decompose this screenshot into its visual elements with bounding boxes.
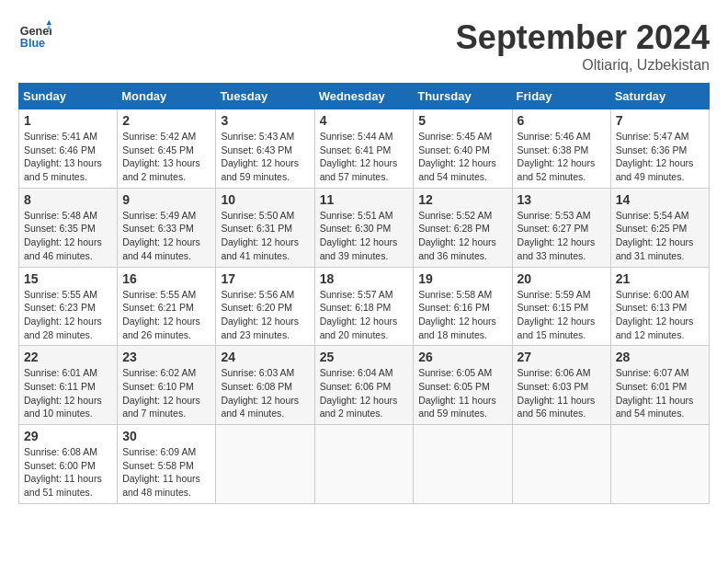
weekday-header-sunday: Sunday [19, 84, 118, 109]
calendar-week-row: 29Sunrise: 6:08 AMSunset: 6:00 PMDayligh… [19, 425, 710, 504]
day-info: Sunrise: 6:00 AMSunset: 6:13 PMDaylight:… [616, 288, 704, 342]
page-header: General Blue September 2024 Oltiariq, Uz… [18, 18, 710, 74]
day-info: Sunrise: 5:50 AMSunset: 6:31 PMDaylight:… [221, 209, 309, 263]
day-info: Sunrise: 5:57 AMSunset: 6:18 PMDaylight:… [320, 288, 409, 342]
day-number: 30 [122, 429, 210, 443]
day-number: 27 [518, 350, 606, 364]
calendar-cell: 23Sunrise: 6:02 AMSunset: 6:10 PMDayligh… [118, 346, 216, 425]
calendar-cell: 13Sunrise: 5:53 AMSunset: 6:27 PMDayligh… [512, 188, 610, 267]
calendar-cell: 26Sunrise: 6:05 AMSunset: 6:05 PMDayligh… [414, 346, 512, 425]
day-info: Sunrise: 5:48 AMSunset: 6:35 PMDaylight:… [24, 209, 112, 263]
month-title: September 2024 [456, 18, 710, 57]
day-info: Sunrise: 5:58 AMSunset: 6:16 PMDaylight:… [418, 288, 506, 342]
calendar-cell [216, 425, 314, 504]
day-info: Sunrise: 5:49 AMSunset: 6:33 PMDaylight:… [122, 209, 210, 263]
svg-marker-2 [47, 20, 51, 25]
day-info: Sunrise: 5:47 AMSunset: 6:36 PMDaylight:… [616, 130, 704, 184]
calendar-cell: 12Sunrise: 5:52 AMSunset: 6:28 PMDayligh… [414, 188, 512, 267]
calendar-cell: 9Sunrise: 5:49 AMSunset: 6:33 PMDaylight… [118, 188, 216, 267]
calendar-cell: 11Sunrise: 5:51 AMSunset: 6:30 PMDayligh… [314, 188, 414, 267]
day-info: Sunrise: 6:06 AMSunset: 6:03 PMDaylight:… [518, 366, 606, 420]
day-info: Sunrise: 6:05 AMSunset: 6:05 PMDaylight:… [418, 366, 506, 420]
calendar-cell: 5Sunrise: 5:45 AMSunset: 6:40 PMDaylight… [414, 109, 512, 189]
day-info: Sunrise: 5:51 AMSunset: 6:30 PMDaylight:… [320, 209, 409, 263]
calendar-cell: 30Sunrise: 6:09 AMSunset: 5:58 PMDayligh… [118, 425, 216, 504]
weekday-header-wednesday: Wednesday [314, 84, 414, 109]
calendar-cell: 24Sunrise: 6:03 AMSunset: 6:08 PMDayligh… [216, 346, 314, 425]
calendar-cell: 27Sunrise: 6:06 AMSunset: 6:03 PMDayligh… [512, 346, 610, 425]
day-number: 9 [122, 192, 210, 207]
day-number: 3 [221, 113, 309, 128]
calendar-cell: 4Sunrise: 5:44 AMSunset: 6:41 PMDaylight… [314, 109, 414, 189]
day-number: 19 [418, 271, 506, 286]
day-info: Sunrise: 6:07 AMSunset: 6:01 PMDaylight:… [616, 366, 704, 420]
day-info: Sunrise: 6:02 AMSunset: 6:10 PMDaylight:… [122, 366, 210, 420]
calendar-cell: 28Sunrise: 6:07 AMSunset: 6:01 PMDayligh… [610, 346, 709, 425]
month-title-area: September 2024 Oltiariq, Uzbekistan [456, 18, 710, 74]
day-number: 16 [122, 271, 210, 286]
day-info: Sunrise: 5:41 AMSunset: 6:46 PMDaylight:… [24, 130, 112, 184]
day-info: Sunrise: 6:08 AMSunset: 6:00 PMDaylight:… [24, 445, 112, 500]
weekday-header-thursday: Thursday [414, 84, 512, 109]
day-info: Sunrise: 5:45 AMSunset: 6:40 PMDaylight:… [418, 130, 506, 184]
logo: General Blue [18, 18, 51, 52]
weekday-header-saturday: Saturday [610, 84, 709, 109]
day-info: Sunrise: 5:46 AMSunset: 6:38 PMDaylight:… [518, 130, 606, 184]
calendar-cell: 7Sunrise: 5:47 AMSunset: 6:36 PMDaylight… [610, 109, 709, 189]
day-number: 17 [221, 271, 309, 286]
day-number: 7 [616, 113, 704, 128]
day-info: Sunrise: 5:56 AMSunset: 6:20 PMDaylight:… [221, 288, 309, 342]
calendar-cell: 17Sunrise: 5:56 AMSunset: 6:20 PMDayligh… [216, 267, 314, 346]
day-number: 14 [616, 192, 704, 207]
svg-text:Blue: Blue [20, 37, 45, 50]
day-number: 20 [518, 271, 606, 286]
day-number: 18 [320, 271, 409, 286]
day-number: 1 [24, 113, 112, 128]
calendar-week-row: 8Sunrise: 5:48 AMSunset: 6:35 PMDaylight… [19, 188, 710, 267]
day-number: 15 [24, 271, 112, 286]
calendar-cell: 25Sunrise: 6:04 AMSunset: 6:06 PMDayligh… [314, 346, 414, 425]
day-number: 28 [616, 350, 704, 364]
day-number: 8 [24, 192, 112, 207]
day-number: 6 [518, 113, 606, 128]
day-number: 26 [418, 350, 506, 364]
day-number: 25 [320, 350, 409, 364]
day-number: 12 [418, 192, 506, 207]
calendar-cell: 1Sunrise: 5:41 AMSunset: 6:46 PMDaylight… [19, 109, 118, 189]
calendar-cell: 15Sunrise: 5:55 AMSunset: 6:23 PMDayligh… [19, 267, 118, 346]
calendar-cell: 18Sunrise: 5:57 AMSunset: 6:18 PMDayligh… [314, 267, 414, 346]
calendar-cell: 10Sunrise: 5:50 AMSunset: 6:31 PMDayligh… [216, 188, 314, 267]
day-info: Sunrise: 6:09 AMSunset: 5:58 PMDaylight:… [122, 445, 210, 500]
day-info: Sunrise: 5:43 AMSunset: 6:43 PMDaylight:… [221, 130, 309, 184]
calendar-cell: 14Sunrise: 5:54 AMSunset: 6:25 PMDayligh… [610, 188, 709, 267]
day-number: 21 [616, 271, 704, 286]
calendar-cell: 22Sunrise: 6:01 AMSunset: 6:11 PMDayligh… [19, 346, 118, 425]
calendar-table: SundayMondayTuesdayWednesdayThursdayFrid… [18, 83, 710, 504]
calendar-cell: 3Sunrise: 5:43 AMSunset: 6:43 PMDaylight… [216, 109, 314, 189]
calendar-cell: 29Sunrise: 6:08 AMSunset: 6:00 PMDayligh… [19, 425, 118, 504]
calendar-cell: 6Sunrise: 5:46 AMSunset: 6:38 PMDaylight… [512, 109, 610, 189]
calendar-cell: 21Sunrise: 6:00 AMSunset: 6:13 PMDayligh… [610, 267, 709, 346]
day-number: 29 [24, 429, 112, 443]
calendar-cell: 2Sunrise: 5:42 AMSunset: 6:45 PMDaylight… [118, 109, 216, 189]
day-number: 23 [122, 350, 210, 364]
calendar-cell [314, 425, 414, 504]
day-number: 24 [221, 350, 309, 364]
calendar-cell: 19Sunrise: 5:58 AMSunset: 6:16 PMDayligh… [414, 267, 512, 346]
weekday-header-friday: Friday [512, 84, 610, 109]
day-info: Sunrise: 5:42 AMSunset: 6:45 PMDaylight:… [122, 130, 210, 184]
day-number: 2 [122, 113, 210, 128]
day-info: Sunrise: 6:01 AMSunset: 6:11 PMDaylight:… [24, 366, 112, 420]
day-info: Sunrise: 5:59 AMSunset: 6:15 PMDaylight:… [518, 288, 606, 342]
weekday-header-row: SundayMondayTuesdayWednesdayThursdayFrid… [19, 84, 710, 109]
day-info: Sunrise: 6:04 AMSunset: 6:06 PMDaylight:… [320, 366, 409, 420]
weekday-header-tuesday: Tuesday [216, 84, 314, 109]
day-number: 11 [320, 192, 409, 207]
day-info: Sunrise: 5:54 AMSunset: 6:25 PMDaylight:… [616, 209, 704, 263]
day-number: 4 [320, 113, 409, 128]
location-title: Oltiariq, Uzbekistan [456, 57, 710, 74]
day-info: Sunrise: 5:55 AMSunset: 6:23 PMDaylight:… [24, 288, 112, 342]
calendar-cell: 20Sunrise: 5:59 AMSunset: 6:15 PMDayligh… [512, 267, 610, 346]
day-number: 22 [24, 350, 112, 364]
day-info: Sunrise: 6:03 AMSunset: 6:08 PMDaylight:… [221, 366, 309, 420]
